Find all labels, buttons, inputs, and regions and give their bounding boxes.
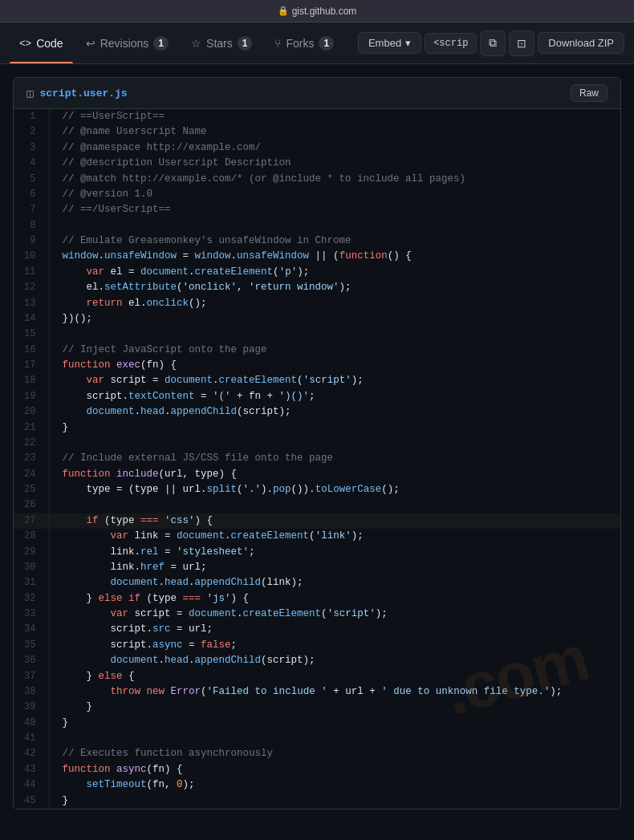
embed-button[interactable]: Embed ▾ (358, 32, 421, 54)
line-number: 30 (14, 560, 49, 575)
line-number: 16 (14, 343, 49, 358)
file-name-display: ◫ script.user.js (26, 87, 128, 100)
table-row: 44 setTimeout(fn, 0); (14, 777, 620, 793)
line-number: 9 (14, 233, 49, 249)
table-row: 38 throw new Error('Failed to include ' … (14, 684, 620, 700)
line-code: // @name Userscript Name (49, 124, 620, 140)
tab-revisions-label: Revisions (100, 37, 149, 50)
copy-button[interactable]: ⧉ (480, 30, 506, 56)
line-number: 17 (14, 358, 49, 373)
tab-code[interactable]: <> Code (10, 30, 73, 56)
table-row: 23 // Include external JS/CSS file onto … (14, 451, 620, 466)
line-code: } (49, 716, 620, 731)
line-number: 32 (14, 591, 49, 607)
table-row: 11 var el = document.createElement('p'); (14, 265, 620, 280)
table-row: 35 script.async = false; (14, 638, 620, 653)
line-number: 5 (14, 172, 49, 187)
line-code: } else { (49, 669, 620, 684)
table-row: 4 // @description Userscript Description (14, 156, 620, 171)
table-row: 43 function async(fn) { (14, 762, 620, 777)
line-code: } (49, 700, 620, 715)
line-number: 43 (14, 762, 49, 777)
table-row: 27 if (type === 'css') { (14, 513, 620, 529)
snippet-text: <scrip (433, 38, 468, 49)
line-code: document.head.appendChild(script); (49, 404, 620, 420)
line-number: 7 (14, 202, 49, 217)
line-number: 26 (14, 497, 49, 513)
download-zip-button[interactable]: Download ZIP (538, 32, 624, 54)
line-code: document.head.appendChild(link); (49, 575, 620, 590)
browser-bar: 🔒 gist.github.com (0, 0, 634, 22)
tab-stars[interactable]: ☆ Stars 1 (181, 30, 262, 57)
line-number: 13 (14, 296, 49, 311)
file-header: ◫ script.user.js Raw (14, 78, 620, 109)
line-code: } (49, 420, 620, 436)
line-code: // Emulate Greasemonkey's unsafeWindow i… (49, 233, 620, 249)
line-code: // Inject JavaScript onto the page (49, 343, 620, 358)
table-row: 21 } (14, 420, 620, 436)
line-number: 3 (14, 140, 49, 156)
line-code (49, 731, 620, 746)
line-code: link.rel = 'stylesheet'; (49, 545, 620, 560)
table-row: 7 // ==/UserScript== (14, 202, 620, 217)
stars-icon: ☆ (191, 37, 201, 50)
tab-forks[interactable]: ⑂ Forks 1 (265, 30, 343, 57)
table-row: 16 // Inject JavaScript onto the page (14, 343, 620, 358)
line-number: 44 (14, 777, 49, 793)
line-number: 29 (14, 545, 49, 560)
line-number: 42 (14, 746, 49, 761)
line-code: // Executes function asynchronously (49, 746, 620, 761)
line-code: // @namespace http://example.com/ (49, 140, 620, 156)
line-number: 19 (14, 389, 49, 404)
url-display: gist.github.com (292, 6, 357, 17)
line-number: 22 (14, 436, 49, 451)
line-code: script.textContent = '(' + fn + ')()'; (49, 389, 620, 404)
line-code: } (49, 793, 620, 809)
line-number: 45 (14, 793, 49, 809)
line-code: // Include external JS/CSS file onto the… (49, 451, 620, 466)
raw-button[interactable]: Raw (571, 84, 608, 102)
line-number: 6 (14, 187, 49, 202)
table-row: 34 script.src = url; (14, 622, 620, 637)
line-code: document.head.appendChild(script); (49, 653, 620, 668)
line-number: 31 (14, 575, 49, 590)
line-code: var link = document.createElement('link'… (49, 529, 620, 544)
line-number: 18 (14, 373, 49, 388)
file-block: ◫ script.user.js Raw .com 1 // ==UserScr… (13, 77, 621, 810)
table-row: 14 })(); (14, 311, 620, 327)
line-number: 21 (14, 420, 49, 436)
lock-icon: 🔒 (278, 6, 289, 16)
raw-label: Raw (579, 87, 599, 99)
line-number: 33 (14, 607, 49, 622)
line-number: 40 (14, 716, 49, 731)
revisions-icon: ↩ (86, 37, 96, 50)
line-code (49, 218, 620, 233)
forks-badge: 1 (319, 36, 334, 51)
embed-code-icon: ⊡ (517, 37, 526, 50)
line-code (49, 436, 620, 451)
line-number: 24 (14, 467, 49, 482)
embed-label: Embed (368, 37, 401, 49)
table-row: 13 return el.onclick(); (14, 296, 620, 311)
table-row: 5 // @match http://example.com/* (or @in… (14, 172, 620, 187)
line-code: link.href = url; (49, 560, 620, 575)
code-area[interactable]: .com 1 // ==UserScript== 2 // @name User… (14, 109, 620, 809)
table-row: 36 document.head.appendChild(script); (14, 653, 620, 668)
line-code: el.setAttribute('onclick', 'return windo… (49, 280, 620, 295)
tab-revisions[interactable]: ↩ Revisions 1 (76, 30, 178, 57)
line-number: 41 (14, 731, 49, 746)
line-number: 36 (14, 653, 49, 668)
embed-icon-button[interactable]: ⊡ (509, 30, 534, 56)
download-label: Download ZIP (548, 37, 614, 49)
line-code: var script = document.createElement('scr… (49, 607, 620, 622)
line-number: 28 (14, 529, 49, 544)
line-code: // ==/UserScript== (49, 202, 620, 217)
main-content: ◫ script.user.js Raw .com 1 // ==UserScr… (0, 64, 634, 840)
snippet-display[interactable]: <scrip (425, 33, 477, 54)
line-code: function exec(fn) { (49, 358, 620, 373)
line-number: 4 (14, 156, 49, 171)
line-code: })(); (49, 311, 620, 327)
table-row: 25 type = (type || url.split('.').pop())… (14, 482, 620, 497)
line-code: if (type === 'css') { (49, 513, 620, 529)
line-number: 39 (14, 700, 49, 715)
